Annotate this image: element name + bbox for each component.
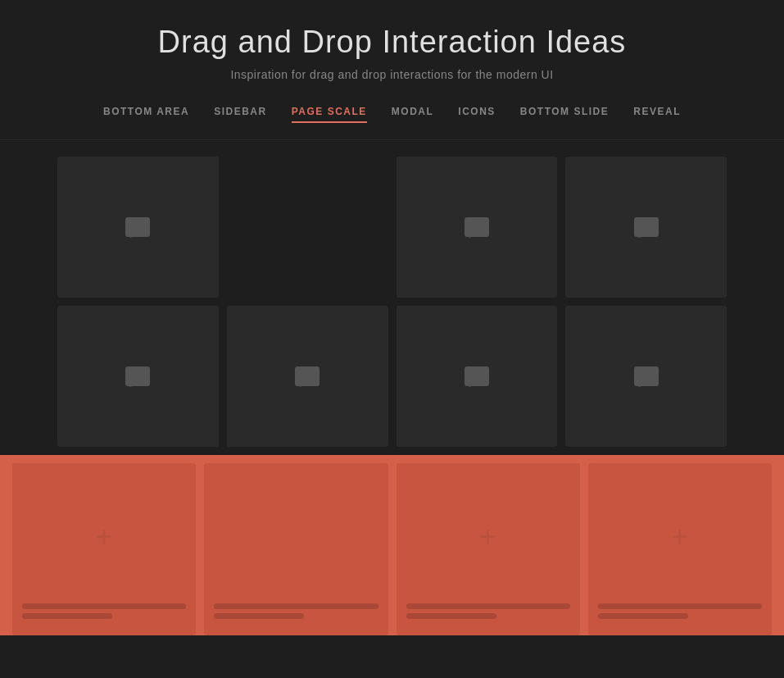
- nav-reveal[interactable]: REVEAL: [633, 106, 681, 123]
- page-subtitle: Inspiration for drag and drop interactio…: [16, 68, 768, 81]
- main-grid: [0, 140, 784, 455]
- svg-point-9: [301, 372, 306, 377]
- svg-point-7: [131, 372, 136, 377]
- nav-bottom-slide[interactable]: BOTTOM SLIDE: [520, 106, 609, 123]
- plus-icon-4: +: [671, 520, 688, 554]
- nav-page-scale[interactable]: PAGE SCALE: [292, 106, 367, 123]
- line-1: [22, 603, 186, 609]
- line-1: [598, 603, 762, 609]
- card-lines-2: [214, 603, 378, 623]
- grid-cell-r1c3[interactable]: [397, 157, 558, 298]
- svg-point-3: [470, 223, 475, 228]
- bottom-card-4[interactable]: +: [588, 463, 772, 635]
- line-2: [598, 613, 688, 619]
- line-1: [214, 603, 378, 609]
- bottom-card-1[interactable]: +: [12, 463, 196, 635]
- line-2: [214, 613, 304, 619]
- bottom-drop-area: + + +: [0, 455, 784, 635]
- grid-cell-r2c4[interactable]: [565, 306, 727, 447]
- photo-icon: [632, 212, 661, 242]
- line-2: [406, 613, 496, 619]
- svg-point-5: [639, 223, 644, 228]
- plus-icon-3: +: [479, 520, 496, 554]
- main-nav: BOTTOM AREA SIDEBAR PAGE SCALE MODAL ICO…: [0, 98, 784, 140]
- svg-point-11: [470, 372, 475, 377]
- photo-icon: [123, 212, 152, 242]
- page-title: Drag and Drop Interaction Ideas: [16, 25, 768, 60]
- nav-icons[interactable]: ICONS: [458, 106, 496, 123]
- photo-icon: [462, 212, 492, 242]
- plus-icon-1: +: [96, 520, 113, 554]
- grid-cell-r1c2-empty: [227, 157, 388, 298]
- nav-sidebar[interactable]: SIDEBAR: [214, 106, 267, 123]
- line-2: [22, 613, 112, 619]
- grid-cell-r2c3[interactable]: [397, 306, 558, 447]
- card-lines-3: [406, 603, 570, 623]
- bottom-card-2[interactable]: [204, 463, 387, 635]
- bottom-card-3[interactable]: +: [397, 463, 580, 635]
- photo-icon: [462, 362, 492, 391]
- page-header: Drag and Drop Interaction Ideas Inspirat…: [0, 0, 784, 98]
- photo-icon: [632, 362, 661, 391]
- nav-modal[interactable]: MODAL: [392, 106, 434, 123]
- grid-cell-r1c1[interactable]: [57, 157, 219, 298]
- grid-cell-r2c2[interactable]: [227, 306, 388, 447]
- line-1: [406, 603, 570, 609]
- card-lines-4: [598, 603, 762, 623]
- grid-cell-r1c4[interactable]: [565, 157, 727, 298]
- photo-icon: [292, 362, 322, 391]
- nav-bottom-area[interactable]: BOTTOM AREA: [103, 106, 189, 123]
- grid-cell-r2c1[interactable]: [57, 306, 219, 447]
- card-lines-1: [22, 603, 186, 623]
- svg-point-1: [131, 223, 136, 228]
- svg-point-13: [639, 372, 644, 377]
- photo-icon: [123, 362, 152, 391]
